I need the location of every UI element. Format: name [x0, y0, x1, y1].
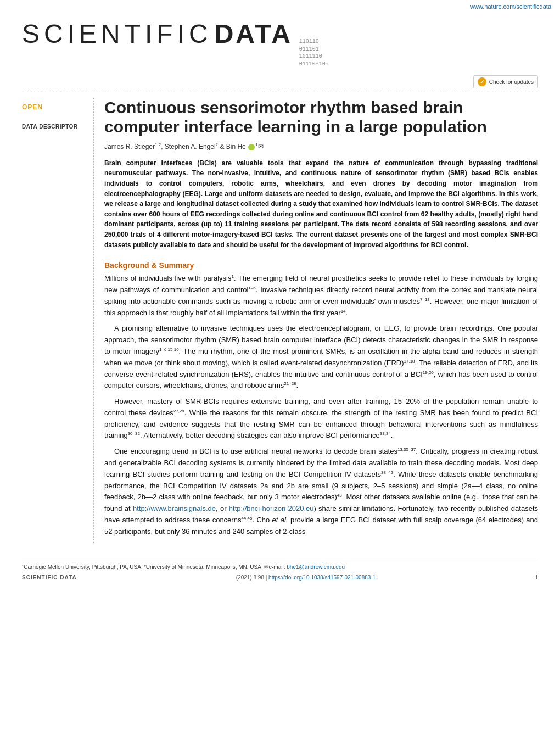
footer-page-number: 1 [535, 575, 538, 581]
journal-logo: SCIENTIFIC DATA 110110 011101 1011110 01… [22, 19, 329, 68]
orcid-icon [248, 144, 255, 150]
article-main: Continuous sensorimotor rhythm based bra… [104, 98, 538, 543]
top-divider [22, 92, 538, 92]
page-footer: ¹Carnegie Mellon University, Pittsburgh,… [22, 560, 538, 571]
body-text: Millions of individuals live with paraly… [104, 273, 538, 538]
body-para-1: Millions of individuals live with paraly… [104, 273, 538, 319]
body-para-4: One encouraging trend in BCI is to use a… [104, 446, 538, 537]
check-updates-label: Check for updates [489, 79, 534, 85]
authors-line: James R. Stieger1,2, Stephen A. Engel2 &… [104, 142, 538, 150]
footer-journal-name: SCIENTIFIC DATA [22, 575, 77, 581]
logo-data: DATA [215, 19, 293, 49]
logo-row: SCIENTIFIC DATA 110110 011101 1011110 01… [22, 19, 538, 68]
email-link[interactable]: bhe1@andrew.cmu.edu [287, 564, 345, 570]
open-label: OPEN [22, 103, 93, 111]
check-updates-badge[interactable]: ✓ Check for updates [473, 75, 538, 88]
journal-header: SCIENTIFIC DATA 110110 011101 1011110 01… [0, 13, 560, 92]
section-title: Background & Summary [104, 261, 538, 270]
author-stieger: James R. Stieger1,2 [104, 143, 161, 150]
author-engel: Stephen A. Engel2 [165, 143, 218, 150]
footer-bottom: SCIENTIFIC DATA (2021) 8:98 | https://do… [22, 575, 538, 581]
link-bnci[interactable]: http://bnci-horizon-2020.eu [229, 504, 314, 512]
check-updates-row: ✓ Check for updates [22, 75, 538, 88]
left-labels: OPEN DATA DESCRIPTOR [22, 98, 93, 543]
top-bar: www.nature.com/scientificdata [0, 0, 560, 13]
descriptor-label: DATA DESCRIPTOR [22, 124, 78, 130]
footer-citation: (2021) 8:98 | https://doi.org/10.1038/s4… [236, 575, 376, 581]
affil-1: ¹Carnegie Mellon University, Pittsburgh,… [22, 564, 143, 570]
journal-url[interactable]: www.nature.com/scientificdata [470, 3, 551, 10]
body-para-2: A promising alternative to invasive tech… [104, 323, 538, 392]
binary-decoration: 110110 011101 1011110 01110¹10₁ [299, 38, 329, 68]
footer-affiliations: ¹Carnegie Mellon University, Pittsburgh,… [22, 564, 345, 571]
link-brainsignals[interactable]: http://www.brainsignals.de [133, 504, 216, 512]
check-updates-icon: ✓ [478, 77, 486, 86]
abstract: Brain computer interfaces (BCIs) are val… [104, 158, 538, 250]
affil-2: ²University of Minnesota, Minneapolis, M… [144, 564, 263, 570]
affil-email: ✉e-mail: bhe1@andrew.cmu.edu [264, 564, 345, 570]
body-para-3: However, mastery of SMR-BCIs requires ex… [104, 396, 538, 442]
logo-scientific: SCIENTIFIC [22, 19, 212, 49]
background-section: Background & Summary Millions of individ… [104, 261, 538, 538]
article-title: Continuous sensorimotor rhythm based bra… [104, 98, 538, 137]
vertical-divider [93, 98, 94, 543]
author-he: Bin He 1✉ [226, 143, 264, 150]
doi-link[interactable]: https://doi.org/10.1038/s41597-021-00883… [268, 575, 376, 581]
main-content: OPEN DATA DESCRIPTOR Continuous sensorim… [0, 98, 560, 554]
